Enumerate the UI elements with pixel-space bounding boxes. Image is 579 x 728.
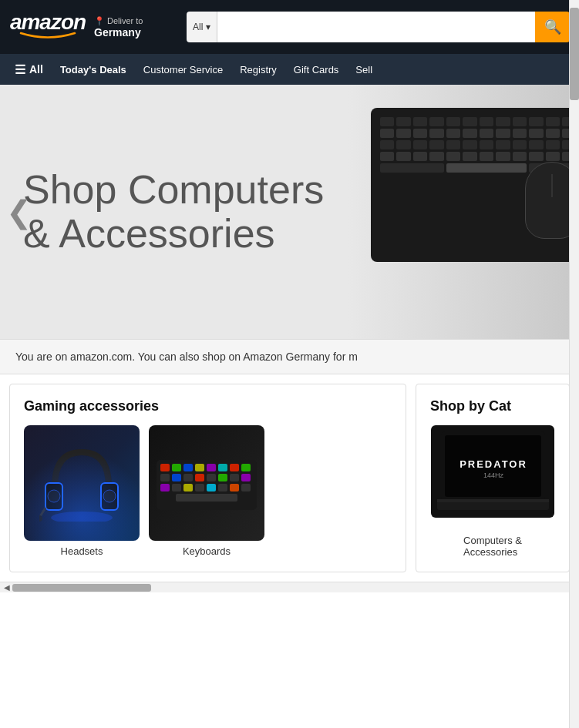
svg-rect-26	[183, 484, 193, 491]
chevron-down-icon: ▾	[206, 22, 210, 32]
nav-all-label: All	[29, 63, 43, 75]
product-grid: Gaming accessories	[0, 374, 579, 582]
hero-prev-button[interactable]: ❮	[6, 194, 32, 230]
svg-rect-15	[241, 464, 251, 471]
svg-rect-27	[195, 484, 204, 491]
search-input[interactable]	[217, 12, 535, 42]
right-scrollbar[interactable]	[569, 0, 579, 592]
hamburger-icon: ☰	[15, 62, 25, 77]
deliver-location[interactable]: 📍 Deliver to Germany	[94, 16, 179, 39]
nav-all-button[interactable]: ☰ All	[8, 57, 50, 82]
svg-rect-22	[230, 474, 239, 481]
svg-text:144Hz: 144Hz	[483, 471, 503, 479]
search-category-selector[interactable]: All ▾	[187, 12, 217, 42]
gaming-card-items: Headsets	[24, 425, 392, 557]
svg-rect-8	[160, 464, 170, 471]
scrollbar-thumb[interactable]	[12, 584, 151, 592]
computers-accessories-label: Computers &Accessories	[463, 535, 522, 558]
svg-rect-19	[195, 474, 204, 481]
bottom-scrollbar[interactable]: ◀ ▶	[0, 582, 579, 592]
hero-devices	[363, 100, 579, 254]
laptop-image: PREDATOR 144Hz	[431, 425, 554, 518]
svg-rect-21	[218, 474, 227, 481]
svg-rect-29	[218, 484, 227, 491]
keyboards-label: Keyboards	[183, 545, 231, 557]
amazon-logo[interactable]: amazon	[9, 12, 86, 42]
computers-category-item[interactable]: PREDATOR 144Hz Computers &Accessories	[430, 425, 555, 558]
keyboard-image	[149, 425, 264, 541]
svg-rect-10	[183, 464, 193, 471]
deliver-country: Germany	[94, 26, 179, 39]
svg-rect-17	[172, 474, 181, 481]
nav-sell[interactable]: Sell	[348, 59, 379, 81]
svg-rect-12	[207, 464, 216, 471]
info-bar-text: You are on amazon.com. You can also shop…	[15, 351, 358, 363]
gaming-card: Gaming accessories	[9, 384, 406, 572]
svg-rect-16	[160, 474, 170, 481]
logo-smile-icon	[17, 30, 79, 42]
header: amazon 📍 Deliver to Germany All ▾ 🔍	[0, 0, 579, 54]
svg-rect-9	[172, 464, 181, 471]
hero-text: Shop Computers & Accessories	[0, 137, 347, 287]
svg-rect-20	[207, 474, 216, 481]
svg-rect-32	[176, 494, 237, 502]
svg-rect-14	[230, 464, 239, 471]
nav-gift-cards[interactable]: Gift Cards	[287, 59, 346, 81]
search-icon: 🔍	[544, 18, 561, 35]
shop-cat-title: Shop by Cat	[430, 398, 555, 414]
headset-image	[24, 425, 140, 541]
hero-title: Shop Computers & Accessories	[23, 168, 324, 256]
svg-text:PREDATOR: PREDATOR	[459, 458, 527, 470]
headsets-item[interactable]: Headsets	[24, 425, 140, 557]
search-button[interactable]: 🔍	[535, 12, 570, 42]
svg-rect-24	[160, 484, 170, 491]
svg-rect-30	[230, 484, 239, 491]
headset-glow	[24, 425, 140, 541]
laptop-svg: PREDATOR 144Hz	[433, 428, 553, 516]
keyboard-svg	[153, 448, 261, 518]
svg-rect-13	[218, 464, 227, 471]
page-wrapper: amazon 📍 Deliver to Germany All ▾ 🔍 ☰ Al…	[0, 0, 579, 592]
scrollbar-thumb-vertical[interactable]	[570, 8, 579, 100]
search-bar: All ▾ 🔍	[187, 12, 570, 42]
svg-rect-18	[183, 474, 193, 481]
nav-todays-deals[interactable]: Today's Deals	[53, 59, 133, 81]
nav-customer-service[interactable]: Customer Service	[136, 59, 230, 81]
headsets-label: Headsets	[61, 545, 103, 557]
svg-rect-28	[207, 484, 216, 491]
nav-registry[interactable]: Registry	[233, 59, 284, 81]
scroll-left-arrow[interactable]: ◀	[2, 583, 12, 592]
svg-rect-23	[241, 474, 251, 481]
location-icon: 📍	[94, 16, 105, 26]
svg-rect-25	[172, 484, 181, 491]
hero-banner: Shop Computers & Accessories	[0, 85, 579, 339]
svg-rect-38	[437, 499, 549, 502]
search-category-label: All	[193, 22, 203, 32]
deliver-top: 📍 Deliver to	[94, 16, 179, 26]
shop-category-card: Shop by Cat PREDATOR 144Hz	[416, 384, 570, 572]
svg-rect-31	[241, 484, 251, 491]
keyboards-item[interactable]: Keyboards	[149, 425, 264, 557]
svg-rect-11	[195, 464, 204, 471]
gaming-card-title: Gaming accessories	[24, 398, 392, 414]
navbar: ☰ All Today's Deals Customer Service Reg…	[0, 54, 579, 85]
info-bar: You are on amazon.com. You can also shop…	[0, 339, 579, 374]
